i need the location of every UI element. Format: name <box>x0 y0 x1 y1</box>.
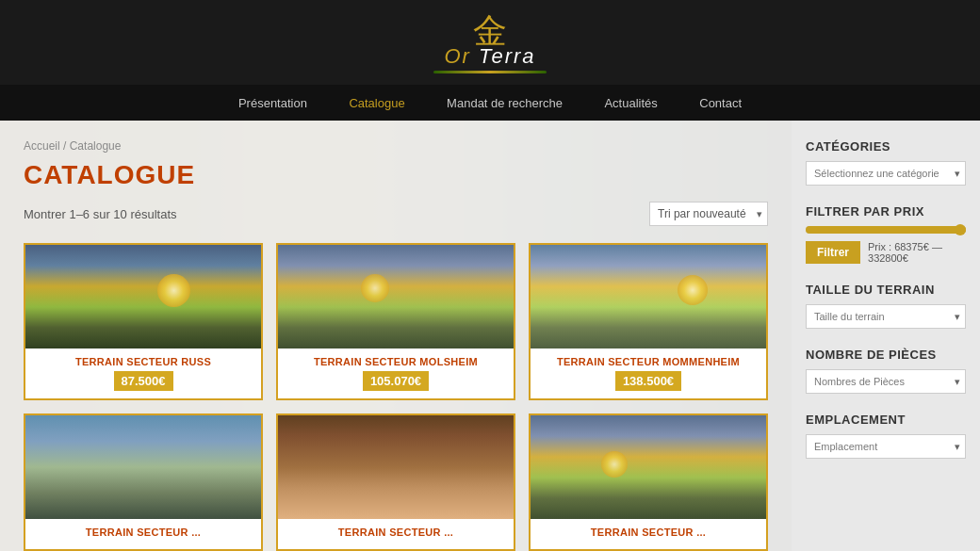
sort-select[interactable]: Tri par nouveauté Prix croissant Prix dé… <box>649 202 768 226</box>
emplacement-select-wrapper[interactable]: Emplacement <box>806 434 966 459</box>
product-info-3: TERRAIN SECTEUR MOMMENHEIM 138.500€ <box>531 348 766 398</box>
product-img-6 <box>531 415 766 519</box>
product-img-3 <box>531 245 766 348</box>
sun-decoration <box>678 275 708 305</box>
pieces-select-wrapper[interactable]: Nombres de Pièces <box>806 369 966 394</box>
product-name-5: TERRAIN SECTEUR ... <box>286 527 506 538</box>
terrain-title: TAILLE DU TERRAIN <box>806 283 966 297</box>
filter-button[interactable]: Filtrer <box>806 241 860 264</box>
price-filter-row: Filtrer Prix : 68375€ — 332800€ <box>806 241 966 264</box>
product-grid: TERRAIN SECTEUR RUSS 87.500€ TERRAIN SEC… <box>24 243 768 551</box>
logo-or: Or <box>444 44 479 68</box>
nav-contact[interactable]: Contact <box>699 96 742 110</box>
nav-catalogue[interactable]: Catalogue <box>349 96 404 110</box>
price-slider-handle[interactable] <box>955 224 966 235</box>
content-wrapper: Accueil / Catalogue CATALOGUE Montrer 1–… <box>0 121 980 551</box>
product-img-4 <box>25 415 261 519</box>
sidebar-categories: CATÉGORIES Sélectionnez une catégorie <box>806 139 966 186</box>
price-range-text: Prix : 68375€ — 332800€ <box>868 241 966 264</box>
product-name-1: TERRAIN SECTEUR RUSS <box>33 356 253 367</box>
sidebar: CATÉGORIES Sélectionnez une catégorie FI… <box>792 121 980 551</box>
pieces-select[interactable]: Nombres de Pièces <box>806 369 966 394</box>
product-img-1 <box>25 245 261 348</box>
price-slider-container[interactable] <box>806 226 966 234</box>
product-info-1: TERRAIN SECTEUR RUSS 87.500€ <box>25 348 261 398</box>
product-card-4[interactable]: TERRAIN SECTEUR ... <box>24 413 263 551</box>
product-card-5[interactable]: TERRAIN SECTEUR ... <box>276 413 515 551</box>
categories-title: CATÉGORIES <box>806 139 966 154</box>
emplacement-select[interactable]: Emplacement <box>806 434 966 459</box>
breadcrumb-separator: / <box>60 139 70 153</box>
logo-text: Or Terra <box>444 44 535 69</box>
header: 金 Or Terra Présentation Catalogue Mandat… <box>0 0 980 121</box>
breadcrumb-current: Catalogue <box>70 139 122 153</box>
sun-decoration <box>361 274 389 302</box>
product-info-4: TERRAIN SECTEUR ... <box>25 519 261 549</box>
product-price-3: 138.500€ <box>615 371 681 391</box>
product-card-2[interactable]: TERRAIN SECTEUR MOLSHEIM 105.070€ <box>276 243 515 400</box>
main-content: Accueil / Catalogue CATALOGUE Montrer 1–… <box>0 121 792 551</box>
product-card-6[interactable]: TERRAIN SECTEUR ... <box>529 413 768 551</box>
logo-icon: 金 <box>473 14 507 48</box>
product-card-3[interactable]: TERRAIN SECTEUR MOMMENHEIM 138.500€ <box>529 243 768 400</box>
page-title: CATALOGUE <box>24 160 768 190</box>
sidebar-pieces: NOMBRE DE PIÈCES Nombres de Pièces <box>806 348 966 394</box>
product-img-2 <box>278 245 514 348</box>
categories-select-wrapper[interactable]: Sélectionnez une catégorie <box>806 161 966 186</box>
sun-decoration <box>601 451 628 478</box>
results-count: Montrer 1–6 sur 10 résultats <box>24 207 177 221</box>
sidebar-emplacement: EMPLACEMENT Emplacement <box>806 413 966 459</box>
nav-actualites[interactable]: Actualités <box>604 96 657 110</box>
product-info-2: TERRAIN SECTEUR MOLSHEIM 105.070€ <box>278 348 514 398</box>
logo-terra: Terra <box>479 44 536 68</box>
nav-presentation[interactable]: Présentation <box>238 96 307 110</box>
nav-mandat[interactable]: Mandat de recherche <box>447 96 563 110</box>
terrain-select[interactable]: Taille du terrain <box>806 304 966 329</box>
sun-decoration <box>157 274 190 307</box>
product-name-2: TERRAIN SECTEUR MOLSHEIM <box>286 356 506 367</box>
logo-underline <box>433 71 547 73</box>
main-nav: Présentation Catalogue Mandat de recherc… <box>0 85 980 121</box>
product-info-6: TERRAIN SECTEUR ... <box>531 519 766 549</box>
breadcrumb-home[interactable]: Accueil <box>24 139 60 153</box>
product-name-6: TERRAIN SECTEUR ... <box>538 527 759 538</box>
product-info-5: TERRAIN SECTEUR ... <box>278 519 514 549</box>
product-price-2: 105.070€ <box>363 371 429 391</box>
product-name-3: TERRAIN SECTEUR MOMMENHEIM <box>538 356 759 367</box>
product-name-4: TERRAIN SECTEUR ... <box>33 527 253 538</box>
price-title: FILTRER PAR PRIX <box>806 204 966 219</box>
product-price-1: 87.500€ <box>114 371 173 391</box>
sidebar-price: FILTRER PAR PRIX Filtrer Prix : 68375€ —… <box>806 204 966 264</box>
emplacement-title: EMPLACEMENT <box>806 413 966 427</box>
product-card-1[interactable]: TERRAIN SECTEUR RUSS 87.500€ <box>24 243 263 400</box>
pieces-title: NOMBRE DE PIÈCES <box>806 348 966 362</box>
logo-area: 金 Or Terra <box>0 14 980 73</box>
categories-select[interactable]: Sélectionnez une catégorie <box>806 161 966 186</box>
sidebar-terrain: TAILLE DU TERRAIN Taille du terrain <box>806 283 966 329</box>
results-bar: Montrer 1–6 sur 10 résultats Tri par nou… <box>24 202 768 226</box>
product-img-5 <box>278 415 514 519</box>
terrain-select-wrapper[interactable]: Taille du terrain <box>806 304 966 329</box>
price-slider-fill <box>806 226 966 234</box>
breadcrumb: Accueil / Catalogue <box>24 139 768 153</box>
sort-select-wrapper[interactable]: Tri par nouveauté Prix croissant Prix dé… <box>649 202 768 226</box>
